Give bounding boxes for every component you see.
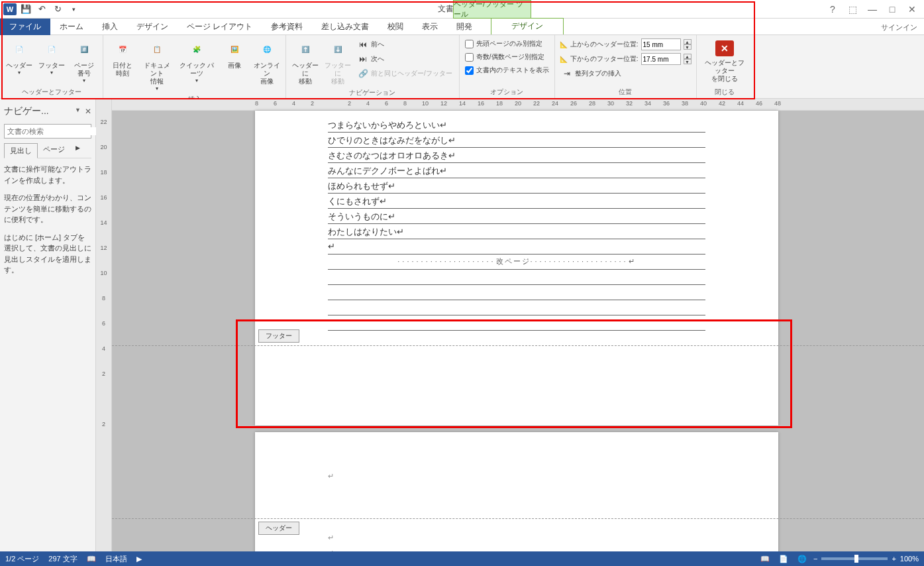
footer-button[interactable]: 📄フッター▾ bbox=[36, 38, 66, 78]
status-macro-icon[interactable]: ▶ bbox=[136, 555, 142, 563]
context-tool-label: ヘッダー/フッター ツール bbox=[453, 0, 531, 19]
goto-header-button[interactable]: ⬆️ヘッダーに 移動 bbox=[290, 38, 320, 87]
goto-footer-icon: ⬇️ bbox=[327, 39, 348, 60]
pagenum-button[interactable]: #️⃣ページ 番号▾ bbox=[69, 38, 99, 85]
view-print-icon[interactable]: 📄 bbox=[776, 553, 791, 564]
view-web-icon[interactable]: 🌐 bbox=[795, 553, 809, 564]
status-proofing-icon[interactable]: 📖 bbox=[87, 555, 96, 563]
header-tag[interactable]: ヘッダー bbox=[258, 522, 299, 535]
tab-file[interactable]: ファイル bbox=[0, 19, 50, 35]
doc-line[interactable]: さむさのなつはオロオロあるき↵ bbox=[328, 148, 705, 163]
status-words[interactable]: 297 文字 bbox=[48, 554, 77, 564]
header-pos-icon: 📐 bbox=[560, 41, 568, 48]
datetime-icon: 📅 bbox=[112, 39, 133, 60]
qat-dropdown-icon[interactable]: ▾ bbox=[66, 2, 81, 17]
next-button[interactable]: ⏭次へ bbox=[355, 52, 455, 66]
close-hf-button[interactable]: ✕ ヘッダーとフッター を閉じる bbox=[701, 38, 748, 85]
zoom-in-icon[interactable]: + bbox=[892, 555, 896, 563]
zoom-level[interactable]: 100% bbox=[900, 555, 919, 563]
quickparts-icon: 🧩 bbox=[186, 39, 207, 60]
tab-hf-design[interactable]: デザイン bbox=[491, 18, 564, 34]
page-break: ·····················改ページ···············… bbox=[328, 255, 705, 270]
align-tab-icon: ⇥ bbox=[562, 68, 572, 79]
ruler-horizontal: 8642246810121416182022242628303234363840… bbox=[112, 99, 924, 111]
ribbon-display-icon[interactable]: ⬚ bbox=[843, 2, 862, 17]
title-bar: W 💾 ↶ ↻ ▾ 文書 1 - Word ヘッダー/フッター ツール ? ⬚ … bbox=[0, 0, 924, 19]
nav-title: ナビゲー... bbox=[4, 103, 49, 120]
save-icon[interactable]: 💾 bbox=[19, 2, 33, 17]
nav-tab-more[interactable]: ▶ bbox=[70, 142, 85, 158]
nav-dropdown-icon[interactable]: ▼ bbox=[75, 107, 81, 116]
datetime-button[interactable]: 📅日付と 時刻 bbox=[107, 38, 137, 79]
tab-home[interactable]: ホーム bbox=[50, 19, 93, 35]
next-icon: ⏭ bbox=[358, 54, 368, 64]
footer-pos-input[interactable] bbox=[641, 53, 681, 65]
footer-pos-icon: 📐 bbox=[560, 56, 568, 63]
header-pos-input[interactable] bbox=[641, 38, 681, 50]
redo-icon[interactable]: ↻ bbox=[50, 2, 65, 17]
page-2[interactable]: ↵ ヘッダー ↵ ↵ bbox=[255, 432, 778, 551]
undo-icon[interactable]: ↶ bbox=[34, 2, 49, 17]
signin-link[interactable]: サインイン bbox=[881, 23, 921, 32]
nav-tab-pages[interactable]: ページ bbox=[38, 142, 70, 158]
tab-mailings[interactable]: 差し込み文書 bbox=[312, 19, 378, 35]
help-icon[interactable]: ? bbox=[823, 2, 842, 17]
close-icon[interactable]: ✕ bbox=[903, 2, 921, 17]
prev-button[interactable]: ⏮前へ bbox=[355, 38, 455, 51]
header-pos-spinner[interactable]: ▲▼ bbox=[684, 39, 692, 50]
online-pic-button[interactable]: 🌐オンライン 画像 bbox=[252, 38, 282, 87]
tab-developer[interactable]: 開発 bbox=[447, 19, 482, 35]
footer-pos-spinner[interactable]: ▲▼ bbox=[684, 54, 692, 64]
status-language[interactable]: 日本語 bbox=[105, 554, 127, 564]
doc-line[interactable]: ほめられもせず↵ bbox=[328, 178, 705, 194]
link-icon: 🔗 bbox=[358, 68, 368, 79]
goto-header-icon: ⬆️ bbox=[295, 39, 316, 60]
prev-icon: ⏮ bbox=[358, 39, 368, 50]
docinfo-button[interactable]: 📋ドキュメント 情報▾ bbox=[140, 38, 174, 93]
tab-references[interactable]: 参考資料 bbox=[262, 19, 312, 35]
minimize-icon[interactable]: — bbox=[863, 2, 882, 17]
nav-tab-headings[interactable]: 見出し bbox=[4, 143, 38, 158]
view-read-icon[interactable]: 📖 bbox=[758, 553, 772, 564]
doc-line[interactable]: そういうものに↵ bbox=[328, 209, 705, 224]
maximize-icon[interactable]: □ bbox=[883, 2, 901, 17]
group-header-footer: 📄ヘッダー▾ 📄フッター▾ #️⃣ページ 番号▾ ヘッダーとフッター bbox=[0, 35, 103, 98]
document-area[interactable]: 8642246810121416182022242628303234363840… bbox=[112, 99, 924, 551]
tab-review[interactable]: 校閲 bbox=[378, 19, 413, 35]
doc-line[interactable]: ひでりのときはなみだをながし↵ bbox=[328, 133, 705, 148]
zoom-slider[interactable] bbox=[821, 557, 888, 560]
footer-tag[interactable]: フッター bbox=[258, 329, 299, 343]
group-label: ヘッダーとフッター bbox=[4, 86, 99, 97]
nav-search[interactable]: 🔍 ▾ bbox=[4, 124, 91, 139]
group-insert: 📅日付と 時刻 📋ドキュメント 情報▾ 🧩クイック パーツ▾ 🖼️画像 🌐オンラ… bbox=[103, 35, 286, 98]
footer-icon: 📄 bbox=[41, 39, 62, 60]
picture-button[interactable]: 🖼️画像 bbox=[219, 38, 249, 71]
group-close: ✕ ヘッダーとフッター を閉じる 閉じる bbox=[697, 35, 752, 98]
tab-insert[interactable]: 挿入 bbox=[93, 19, 127, 35]
tab-view[interactable]: 表示 bbox=[413, 19, 447, 35]
doc-line[interactable]: わたしはなりたい↵ bbox=[328, 224, 705, 239]
word-icon: W bbox=[3, 2, 17, 17]
ruler-vertical: 2220181614121086422 bbox=[96, 99, 112, 551]
status-page[interactable]: 1/2 ページ bbox=[5, 554, 39, 564]
header-button[interactable]: 📄ヘッダー▾ bbox=[4, 38, 34, 78]
nav-search-input[interactable] bbox=[5, 127, 101, 135]
firstpage-check[interactable]: 先頭ページのみ別指定 bbox=[464, 38, 550, 50]
oddeven-check[interactable]: 奇数/偶数ページ別指定 bbox=[464, 51, 550, 63]
align-tab-button[interactable]: ⇥整列タブの挿入 bbox=[559, 67, 692, 80]
footer-region[interactable] bbox=[328, 346, 705, 425]
showtext-check[interactable]: 文書内のテキストを表示 bbox=[464, 64, 550, 76]
picture-icon: 🖼️ bbox=[224, 39, 245, 60]
zoom-out-icon[interactable]: − bbox=[813, 555, 817, 563]
doc-line[interactable]: くにもされず↵ bbox=[328, 194, 705, 209]
doc-line[interactable]: みんなにデクノボーとよばれ↵ bbox=[328, 163, 705, 178]
tab-layout[interactable]: ページ レイアウト bbox=[178, 19, 262, 35]
nav-close-icon[interactable]: ✕ bbox=[85, 107, 91, 116]
doc-line[interactable]: つまらないからやめろといい↵ bbox=[328, 117, 705, 133]
page-1[interactable]: つまらないからやめろといい↵ひでりのときはなみだをながし↵さむさのなつはオロオロ… bbox=[255, 111, 778, 425]
quickparts-button[interactable]: 🧩クイック パーツ▾ bbox=[177, 38, 217, 85]
group-navigation: ⬆️ヘッダーに 移動 ⬇️フッターに 移動 ⏮前へ ⏭次へ 🔗前と同じヘッダー/… bbox=[286, 35, 460, 98]
online-pic-icon: 🌐 bbox=[256, 39, 278, 60]
close-hf-icon: ✕ bbox=[715, 40, 734, 56]
tab-design[interactable]: デザイン bbox=[127, 19, 178, 35]
